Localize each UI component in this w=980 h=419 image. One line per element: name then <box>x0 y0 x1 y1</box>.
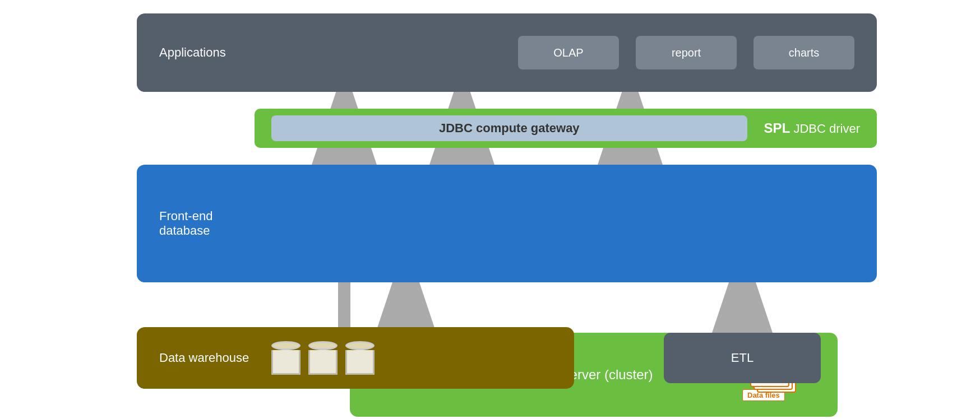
olap-label: OLAP <box>553 46 583 59</box>
cylinder-2 <box>308 341 338 375</box>
cyl-body-3 <box>345 350 375 375</box>
olap-box: OLAP <box>518 36 619 69</box>
frontend-layer: Front-end database SPL server (cluster) … <box>137 165 877 282</box>
charts-box: charts <box>754 36 854 69</box>
etl-label: ETL <box>731 351 754 365</box>
cyl-body-2 <box>308 350 338 375</box>
architecture-diagram: Applications OLAP report charts JDBC com… <box>70 13 910 406</box>
jdbc-gateway-label: JDBC compute gateway <box>439 121 580 136</box>
charts-label: charts <box>789 46 819 59</box>
cyl-top-2 <box>308 341 338 350</box>
applications-label: Applications <box>159 45 226 60</box>
report-label: report <box>672 46 701 59</box>
frontend-label: Front-end database <box>159 209 212 238</box>
etl-layer: ETL <box>664 333 821 383</box>
applications-layer: Applications OLAP report charts <box>137 13 877 92</box>
report-box: report <box>636 36 737 69</box>
cyl-top-1 <box>271 341 301 350</box>
cylinder-3 <box>345 341 375 375</box>
driver-text: JDBC driver <box>793 122 860 136</box>
datawarehouse-layer: Data warehouse <box>137 327 574 389</box>
spl-text: SPL <box>764 120 791 136</box>
app-boxes: OLAP report charts <box>518 36 854 69</box>
jdbc-layer: JDBC compute gateway SPL JDBC driver <box>255 109 877 148</box>
cyl-top-3 <box>345 341 375 350</box>
datawarehouse-label: Data warehouse <box>159 351 249 365</box>
cylinder-1 <box>271 341 301 375</box>
cyl-body-1 <box>271 350 301 375</box>
spl-driver-label: SPL JDBC driver <box>764 120 860 136</box>
jdbc-gateway-box: JDBC compute gateway <box>271 115 747 141</box>
cylinders <box>271 341 375 375</box>
